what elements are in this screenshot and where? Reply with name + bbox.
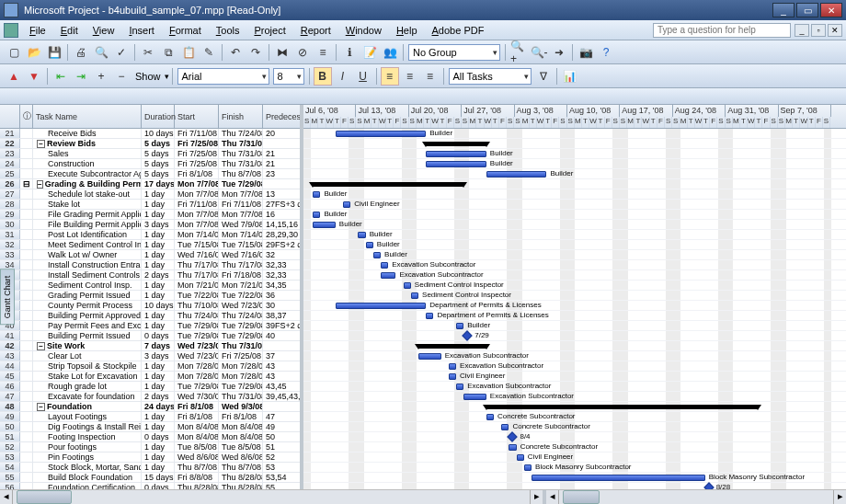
gantt-row[interactable]: Department of Permits & Licenses — [303, 301, 846, 311]
task-name-cell[interactable]: Footing Inspection — [33, 432, 142, 441]
task-bar[interactable] — [381, 272, 395, 279]
show-subtasks-icon[interactable]: + — [92, 67, 110, 86]
copy-icon[interactable]: ⧉ — [159, 43, 177, 62]
maximize-button[interactable]: ▭ — [796, 3, 818, 17]
gantt-row[interactable]: Builder — [303, 220, 846, 230]
gantt-row[interactable]: Builder — [303, 159, 846, 169]
row-number[interactable]: 28 — [0, 200, 20, 209]
duration-cell[interactable]: 2 days — [142, 270, 175, 280]
start-cell[interactable]: Mon 8/4/08 — [175, 422, 219, 431]
menu-view[interactable]: View — [86, 23, 122, 38]
menu-file[interactable]: File — [22, 23, 53, 38]
summary-bar[interactable] — [313, 182, 463, 187]
task-name-cell[interactable]: Meet Sediment Control Inspector — [33, 240, 142, 249]
task-row[interactable]: 35Install Sediment Controls2 daysThu 7/1… — [0, 270, 300, 281]
task-name-cell[interactable]: File Building Permit Application — [33, 220, 142, 229]
task-bar[interactable] — [486, 171, 547, 178]
task-bar[interactable] — [517, 454, 524, 461]
finish-cell[interactable]: Thu 7/17/08 — [219, 260, 263, 269]
finish-cell[interactable]: Mon 8/4/08 — [219, 432, 263, 441]
task-row[interactable]: 50Dig Footings & Install Reinforcing1 da… — [0, 422, 300, 432]
finish-cell[interactable]: Fri 7/18/08 — [219, 270, 263, 280]
gantt-row[interactable]: Department of Permits & Licenses — [303, 311, 846, 321]
start-cell[interactable]: Thu 7/10/08 — [175, 301, 219, 310]
duration-cell[interactable]: 3 days — [142, 351, 175, 361]
menu-edit[interactable]: Edit — [53, 23, 86, 38]
task-bar[interactable] — [463, 394, 486, 400]
pred-cell[interactable]: 16 — [263, 210, 303, 219]
start-cell[interactable]: Fri 8/1/08 — [175, 412, 219, 421]
finish-cell[interactable]: Thu 7/31/08 — [219, 159, 263, 168]
row-number[interactable]: 32 — [0, 240, 20, 249]
finish-cell[interactable]: Thu 7/24/08 — [219, 311, 263, 320]
gantt-row[interactable]: Excavation Subcontractor — [303, 260, 846, 270]
menu-format[interactable]: Format — [162, 23, 209, 38]
gantt-row[interactable]: Block Masonry Subcontractor — [303, 463, 846, 473]
start-cell[interactable]: Thu 8/28/08 — [175, 483, 219, 489]
row-number[interactable]: 25 — [0, 169, 20, 178]
finish-cell[interactable]: Mon 7/14/08 — [219, 230, 263, 239]
task-bar[interactable] — [313, 222, 336, 228]
col-pred[interactable]: Predecessors — [263, 105, 303, 128]
duration-cell[interactable]: 1 day — [142, 210, 175, 219]
start-cell[interactable]: Wed 7/23/08 — [175, 351, 219, 361]
duration-cell[interactable]: 24 days — [142, 402, 175, 411]
task-notes-icon[interactable]: 📝 — [360, 43, 379, 62]
row-number[interactable]: 21 — [0, 129, 20, 138]
task-name-cell[interactable]: Building Permit Issued — [33, 331, 142, 340]
task-name-cell[interactable]: −Review Bids — [33, 139, 142, 148]
task-name-cell[interactable]: Grading Permit Issued — [33, 291, 142, 300]
duration-cell[interactable]: 0 days — [142, 331, 175, 340]
finish-cell[interactable]: Fri 7/11/08 — [219, 200, 263, 209]
col-taskname[interactable]: Task Name — [33, 105, 142, 128]
pred-cell[interactable] — [263, 179, 303, 189]
duration-cell[interactable]: 1 day — [142, 422, 175, 431]
task-bar[interactable] — [501, 424, 509, 430]
finish-cell[interactable]: Tue 7/15/08 — [219, 240, 263, 249]
start-cell[interactable]: Mon 7/7/08 — [175, 220, 219, 229]
duration-cell[interactable]: 2 days — [142, 392, 175, 401]
pred-cell[interactable]: 23 — [263, 169, 303, 178]
row-number[interactable]: 50 — [0, 422, 20, 431]
task-row[interactable]: 38County Permit Process10 daysThu 7/10/0… — [0, 301, 300, 311]
gantt-row[interactable] — [303, 179, 846, 189]
copy-picture-icon[interactable]: 📷 — [577, 43, 595, 62]
task-row[interactable]: 37Grading Permit Issued1 dayTue 7/22/08T… — [0, 291, 300, 301]
row-number[interactable]: 51 — [0, 432, 20, 441]
task-name-cell[interactable]: Rough grade lot — [33, 382, 142, 391]
row-number[interactable]: 45 — [0, 372, 20, 381]
row-number[interactable]: 46 — [0, 382, 20, 391]
task-row[interactable]: 32Meet Sediment Control Inspector1 dayTu… — [0, 240, 300, 250]
start-cell[interactable]: Tue 7/29/08 — [175, 331, 219, 340]
start-cell[interactable]: Mon 7/7/08 — [175, 179, 219, 189]
col-start[interactable]: Start — [175, 105, 219, 128]
duration-cell[interactable]: 17 days — [142, 179, 175, 189]
start-cell[interactable]: Fri 7/11/08 — [175, 200, 219, 209]
duration-cell[interactable]: 1 day — [142, 412, 175, 421]
finish-cell[interactable]: Thu 7/24/08 — [219, 129, 263, 138]
pred-cell[interactable]: 39,45,43,46 — [263, 392, 303, 401]
format-painter-icon[interactable]: ✎ — [200, 43, 218, 62]
task-bar[interactable] — [343, 201, 350, 208]
gantt-row[interactable]: Civil Engineer — [303, 452, 846, 463]
row-number[interactable]: 27 — [0, 189, 20, 199]
duration-cell[interactable]: 1 day — [142, 463, 175, 472]
duration-cell[interactable]: 1 day — [142, 382, 175, 391]
start-cell[interactable]: Fri 7/25/08 — [175, 159, 219, 168]
start-cell[interactable]: Tue 7/29/08 — [175, 382, 219, 391]
task-name-cell[interactable]: Pour footings — [33, 442, 142, 452]
duration-cell[interactable]: 3 days — [142, 220, 175, 229]
gantt-row[interactable]: Concrete Subcontractor — [303, 422, 846, 432]
align-left-icon[interactable]: ≡ — [381, 67, 399, 86]
task-bar[interactable] — [426, 313, 433, 319]
task-bar[interactable] — [313, 212, 320, 218]
task-bar[interactable] — [426, 161, 486, 167]
duration-cell[interactable]: 1 day — [142, 452, 175, 462]
summary-bar[interactable] — [426, 142, 486, 146]
task-row[interactable]: 51Footing Inspection0 daysMon 8/4/08Mon … — [0, 432, 300, 442]
row-number[interactable]: 54 — [0, 463, 20, 472]
task-bar[interactable] — [509, 444, 516, 451]
start-cell[interactable]: Tue 8/5/08 — [175, 442, 219, 452]
task-bar[interactable] — [524, 464, 532, 471]
finish-cell[interactable]: Mon 7/7/08 — [219, 210, 263, 219]
